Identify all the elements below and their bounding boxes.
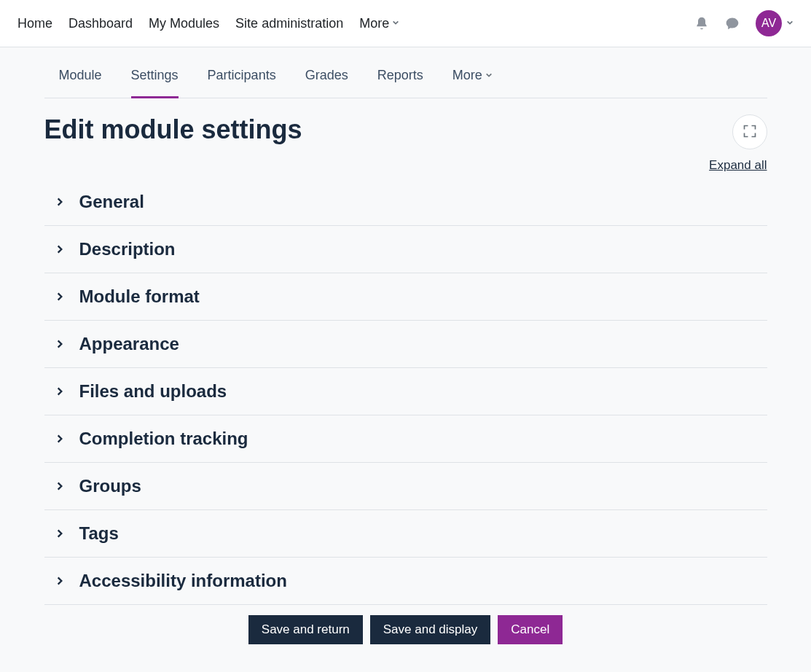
cancel-button[interactable]: Cancel (498, 615, 563, 644)
chevron-down-icon (485, 71, 493, 81)
nav-home[interactable]: Home (17, 16, 52, 31)
tab-settings[interactable]: Settings (131, 68, 179, 98)
section-title: Module format (79, 286, 200, 307)
expand-all-row: Expand all (44, 149, 767, 179)
nav-dashboard[interactable]: Dashboard (68, 16, 133, 31)
user-menu[interactable]: AV (756, 10, 794, 36)
bell-icon[interactable] (694, 16, 709, 31)
section-title: General (79, 192, 144, 212)
save-return-button[interactable]: Save and return (248, 615, 363, 644)
chevron-down-icon (786, 18, 794, 28)
tab-label: Grades (305, 68, 348, 83)
chevron-right-icon (44, 292, 65, 302)
section-accessibility[interactable]: Accessibility information (44, 558, 767, 605)
nav-label: Home (17, 16, 52, 31)
section-title: Description (79, 239, 176, 259)
nav-label: More (359, 16, 389, 31)
save-display-button[interactable]: Save and display (370, 615, 490, 644)
section-files-uploads[interactable]: Files and uploads (44, 368, 767, 415)
form-sections: General Description Module format Appear… (44, 179, 767, 605)
chevron-right-icon (44, 386, 65, 396)
page-title: Edit module settings (44, 114, 302, 145)
avatar-initials: AV (761, 17, 776, 30)
chevron-right-icon (44, 339, 65, 349)
chevron-right-icon (44, 481, 65, 491)
tab-more[interactable]: More (452, 68, 493, 98)
section-title: Files and uploads (79, 381, 227, 402)
section-groups[interactable]: Groups (44, 463, 767, 510)
section-general[interactable]: General (44, 179, 767, 226)
section-title: Appearance (79, 334, 179, 354)
section-title: Accessibility information (79, 571, 287, 591)
chevron-right-icon (44, 576, 65, 586)
tab-label: Reports (377, 68, 423, 83)
tab-participants[interactable]: Participants (208, 68, 276, 98)
fullscreen-button[interactable] (732, 114, 767, 149)
nav-site-admin[interactable]: Site administration (235, 16, 343, 31)
expand-all-link[interactable]: Expand all (709, 158, 767, 172)
content-wrap: Module Settings Participants Grades Repo… (24, 47, 788, 644)
page-header: Edit module settings (44, 98, 767, 149)
chevron-right-icon (44, 434, 65, 444)
section-module-format[interactable]: Module format (44, 273, 767, 321)
section-title: Completion tracking (79, 429, 248, 449)
messages-icon[interactable] (725, 16, 740, 31)
section-appearance[interactable]: Appearance (44, 321, 767, 368)
chevron-right-icon (44, 197, 65, 207)
chevron-right-icon (44, 528, 65, 539)
section-tags[interactable]: Tags (44, 510, 767, 558)
section-title: Groups (79, 476, 141, 496)
chevron-down-icon (392, 18, 399, 28)
tab-label: Module (59, 68, 102, 83)
topbar-right: AV (694, 10, 794, 36)
nav-my-modules[interactable]: My Modules (149, 16, 219, 31)
nav-label: Dashboard (68, 16, 133, 31)
nav-label: Site administration (235, 16, 343, 31)
section-description[interactable]: Description (44, 226, 767, 273)
tab-label: More (452, 68, 482, 83)
chevron-right-icon (44, 244, 65, 254)
tab-grades[interactable]: Grades (305, 68, 348, 98)
global-nav: Home Dashboard My Modules Site administr… (17, 16, 399, 31)
section-completion-tracking[interactable]: Completion tracking (44, 415, 767, 463)
global-nav-bar: Home Dashboard My Modules Site administr… (0, 0, 811, 47)
action-row: Save and return Save and display Cancel (44, 605, 767, 644)
tab-label: Settings (131, 68, 179, 83)
section-title: Tags (79, 523, 119, 544)
nav-label: My Modules (149, 16, 219, 31)
avatar: AV (756, 10, 782, 36)
nav-more[interactable]: More (359, 16, 399, 31)
tab-reports[interactable]: Reports (377, 68, 423, 98)
expand-icon (743, 124, 757, 141)
tab-label: Participants (208, 68, 276, 83)
secondary-nav: Module Settings Participants Grades Repo… (44, 47, 767, 98)
tab-module[interactable]: Module (59, 68, 102, 98)
